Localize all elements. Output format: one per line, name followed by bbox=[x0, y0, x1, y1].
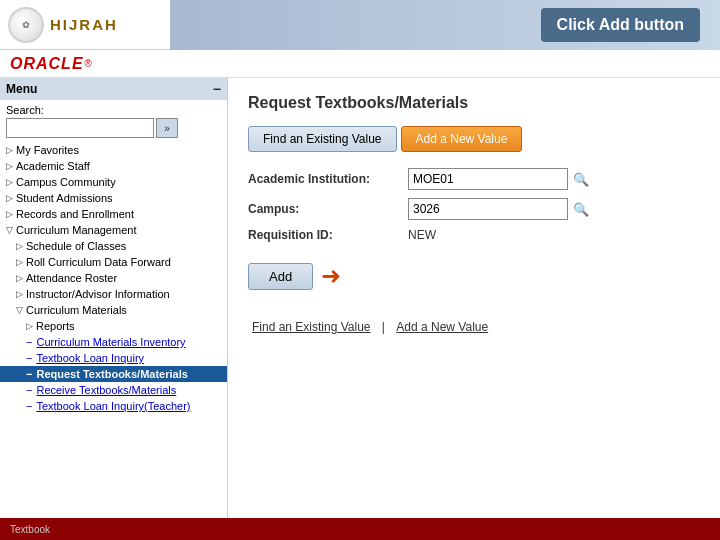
form-value-requisition: NEW bbox=[408, 228, 436, 242]
arrow-icon: ➜ bbox=[321, 262, 341, 290]
logo-text: HIJRAH bbox=[50, 16, 118, 33]
bottom-separator: | bbox=[382, 320, 385, 334]
sidebar-item-records-enrollment[interactable]: ▷ Records and Enrollment bbox=[0, 206, 227, 222]
header-title-bar: Click Add button bbox=[170, 0, 720, 50]
dash-icon: − bbox=[26, 384, 32, 396]
sidebar-item-label: Receive Textbooks/Materials bbox=[36, 384, 176, 396]
sidebar-item-label: My Favorites bbox=[16, 144, 79, 156]
triangle-icon: ▷ bbox=[6, 161, 13, 171]
add-button[interactable]: Add bbox=[248, 263, 313, 290]
oracle-logo: ORACLE bbox=[10, 55, 84, 73]
dash-icon: − bbox=[26, 368, 32, 380]
form-row-institution: Academic Institution: 🔍 bbox=[248, 168, 700, 190]
campus-input[interactable] bbox=[408, 198, 568, 220]
sidebar-menu-label: Menu bbox=[6, 82, 37, 96]
main-layout: Menu − Search: » ▷ My Favorites ▷ Academ… bbox=[0, 78, 720, 540]
sidebar-search-input[interactable] bbox=[6, 118, 154, 138]
form-label-requisition: Requisition ID: bbox=[248, 228, 408, 242]
tab-bar: Find an Existing Value Add a New Value bbox=[248, 126, 700, 152]
sidebar-menu-bar: Menu − bbox=[0, 78, 227, 100]
bottom-link-find-existing[interactable]: Find an Existing Value bbox=[252, 320, 371, 334]
dash-icon: − bbox=[26, 352, 32, 364]
sidebar-item-roll-curriculum[interactable]: ▷ Roll Curriculum Data Forward bbox=[0, 254, 227, 270]
sidebar-item-reports[interactable]: ▷ Reports bbox=[0, 318, 227, 334]
triangle-icon: ▷ bbox=[16, 289, 23, 299]
institution-lookup-icon[interactable]: 🔍 bbox=[572, 170, 590, 188]
sidebar-search-button[interactable]: » bbox=[156, 118, 178, 138]
institution-input[interactable] bbox=[408, 168, 568, 190]
tab-find-existing[interactable]: Find an Existing Value bbox=[248, 126, 397, 152]
sidebar-search-row: » bbox=[6, 118, 221, 138]
form-value-campus: 🔍 bbox=[408, 198, 590, 220]
sidebar: Menu − Search: » ▷ My Favorites ▷ Academ… bbox=[0, 78, 228, 540]
triangle-icon: ▷ bbox=[6, 209, 13, 219]
sidebar-item-instructor-advisor[interactable]: ▷ Instructor/Advisor Information bbox=[0, 286, 227, 302]
header: ✿ HIJRAH Click Add button bbox=[0, 0, 720, 50]
sidebar-item-label: Student Admissions bbox=[16, 192, 113, 204]
sidebar-item-curriculum-management[interactable]: ▽ Curriculum Management bbox=[0, 222, 227, 238]
dash-icon: − bbox=[26, 400, 32, 412]
sidebar-item-label: Attendance Roster bbox=[26, 272, 117, 284]
sidebar-item-label: Roll Curriculum Data Forward bbox=[26, 256, 171, 268]
triangle-icon: ▽ bbox=[6, 225, 13, 235]
sidebar-item-label: Reports bbox=[36, 320, 75, 332]
label-text: Requisition ID: bbox=[248, 228, 333, 242]
sidebar-search-label: Search: bbox=[6, 104, 221, 116]
dash-icon: − bbox=[26, 336, 32, 348]
sidebar-item-label: Request Textbooks/Materials bbox=[36, 368, 187, 380]
sidebar-item-label: Curriculum Materials Inventory bbox=[36, 336, 185, 348]
tab-find-existing-label: Find an Existing Value bbox=[263, 132, 382, 146]
header-instruction: Click Add button bbox=[541, 8, 700, 42]
triangle-icon: ▷ bbox=[6, 177, 13, 187]
triangle-icon: ▽ bbox=[16, 305, 23, 315]
sidebar-item-label: Textbook Loan Inquiry(Teacher) bbox=[36, 400, 190, 412]
logo-area: ✿ HIJRAH bbox=[0, 3, 170, 47]
triangle-icon: ▷ bbox=[16, 273, 23, 283]
sidebar-item-academic-staff[interactable]: ▷ Academic Staff bbox=[0, 158, 227, 174]
logo-circle: ✿ bbox=[8, 7, 44, 43]
tab-add-new-label: Add a New Value bbox=[416, 132, 508, 146]
sidebar-item-student-admissions[interactable]: ▷ Student Admissions bbox=[0, 190, 227, 206]
bottom-link-add-new[interactable]: Add a New Value bbox=[396, 320, 488, 334]
campus-lookup-icon[interactable]: 🔍 bbox=[572, 200, 590, 218]
sidebar-item-campus-community[interactable]: ▷ Campus Community bbox=[0, 174, 227, 190]
triangle-icon: ▷ bbox=[16, 241, 23, 251]
triangle-icon: ▷ bbox=[6, 193, 13, 203]
triangle-icon: ▷ bbox=[16, 257, 23, 267]
footer-text: Textbook bbox=[10, 524, 50, 535]
label-text: Campus: bbox=[248, 202, 299, 216]
sidebar-item-label: Campus Community bbox=[16, 176, 116, 188]
sidebar-item-attendance-roster[interactable]: ▷ Attendance Roster bbox=[0, 270, 227, 286]
sidebar-item-receive-textbooks[interactable]: − Receive Textbooks/Materials bbox=[0, 382, 227, 398]
add-button-container: Add ➜ bbox=[248, 262, 700, 290]
sidebar-item-label: Instructor/Advisor Information bbox=[26, 288, 170, 300]
sidebar-item-curriculum-materials[interactable]: ▽ Curriculum Materials bbox=[0, 302, 227, 318]
oracle-registered: ® bbox=[85, 58, 92, 69]
sidebar-item-textbook-loan-inquiry[interactable]: − Textbook Loan Inquiry bbox=[0, 350, 227, 366]
sidebar-item-label: Schedule of Classes bbox=[26, 240, 126, 252]
content-area: Request Textbooks/Materials Find an Exis… bbox=[228, 78, 720, 540]
sidebar-item-label: Academic Staff bbox=[16, 160, 90, 172]
form-value-institution: 🔍 bbox=[408, 168, 590, 190]
label-text: Academic Institution: bbox=[248, 172, 370, 186]
form-row-requisition: Requisition ID: NEW bbox=[248, 228, 700, 242]
triangle-icon: ▷ bbox=[26, 321, 33, 331]
sidebar-item-request-textbooks[interactable]: − Request Textbooks/Materials bbox=[0, 366, 227, 382]
sidebar-item-schedule-classes[interactable]: ▷ Schedule of Classes bbox=[0, 238, 227, 254]
form-label-campus: Campus: bbox=[248, 202, 408, 216]
footer: Textbook bbox=[0, 518, 720, 540]
sidebar-collapse-button[interactable]: − bbox=[213, 81, 221, 97]
sidebar-search-area: Search: » bbox=[0, 100, 227, 142]
sidebar-item-textbook-loan-teacher[interactable]: − Textbook Loan Inquiry(Teacher) bbox=[0, 398, 227, 414]
oracle-bar: ORACLE ® bbox=[0, 50, 720, 78]
sidebar-item-label: Curriculum Materials bbox=[26, 304, 127, 316]
sidebar-item-label: Records and Enrollment bbox=[16, 208, 134, 220]
sidebar-item-my-favorites[interactable]: ▷ My Favorites bbox=[0, 142, 227, 158]
sidebar-item-label: Textbook Loan Inquiry bbox=[36, 352, 144, 364]
tab-add-new[interactable]: Add a New Value bbox=[401, 126, 523, 152]
sidebar-item-label: Curriculum Management bbox=[16, 224, 136, 236]
page-title: Request Textbooks/Materials bbox=[248, 94, 700, 112]
form-label-institution: Academic Institution: bbox=[248, 172, 408, 186]
bottom-links: Find an Existing Value | Add a New Value bbox=[248, 320, 700, 334]
sidebar-item-curriculum-inventory[interactable]: − Curriculum Materials Inventory bbox=[0, 334, 227, 350]
